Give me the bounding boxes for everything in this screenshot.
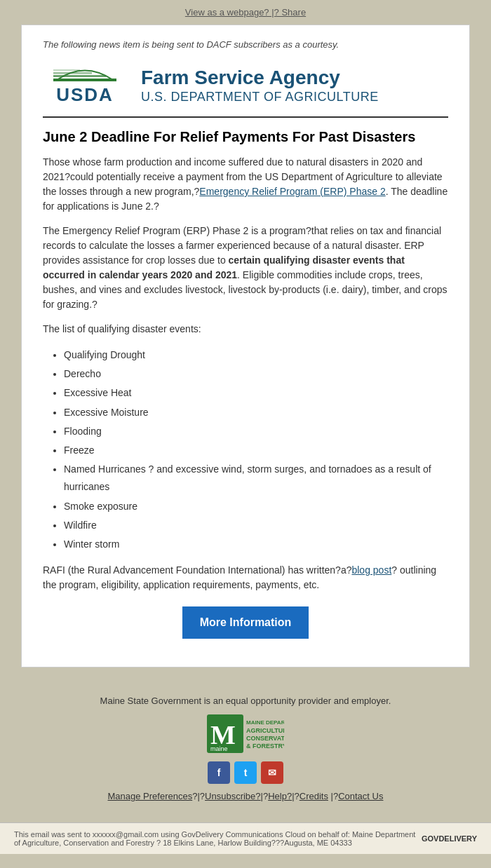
- usda-logo: USDA: [43, 62, 127, 108]
- more-information-button[interactable]: More Information: [182, 606, 309, 639]
- maine-logo-svg: M maine MAINE DEPARTMENT OF AGRICULTURE …: [207, 714, 284, 753]
- manage-preferences-link[interactable]: Manage Preferences: [108, 791, 193, 801]
- svg-rect-0: [53, 79, 116, 81]
- svg-rect-3: [53, 69, 80, 71]
- help-link[interactable]: Help?: [268, 791, 292, 801]
- usda-letters: USDA: [56, 84, 114, 106]
- article-para2: The Emergency Relief Program (ERP) Phase…: [43, 224, 448, 312]
- bottom-bar: This email was sent to xxxxxx@gmail.com …: [0, 822, 491, 854]
- article-para1: Those whose farm production and income s…: [43, 155, 448, 214]
- top-bar: View as a webpage? |? Share: [0, 0, 491, 25]
- social-icons-row: f t ✉: [21, 761, 470, 784]
- view-as-webpage-link[interactable]: View as a webpage? |? Share: [185, 7, 306, 18]
- equal-opportunity-text: Maine State Government is an equal oppor…: [21, 696, 470, 706]
- footer-links: Manage Preferences?|?Unsubscribe?|?Help?…: [21, 791, 470, 801]
- unsubscribe-link[interactable]: Unsubscribe?: [205, 791, 261, 801]
- svg-text:AGRICULTURE: AGRICULTURE: [246, 727, 284, 734]
- list-item: Excessive Heat: [64, 384, 448, 402]
- list-item: Flooding: [64, 423, 448, 440]
- article-para4: RAFI (the Rural Advancement Foundation I…: [43, 563, 448, 592]
- facebook-icon[interactable]: f: [208, 761, 230, 784]
- svg-text:MAINE DEPARTMENT OF: MAINE DEPARTMENT OF: [246, 719, 284, 726]
- list-item: Freeze: [64, 442, 448, 459]
- list-item: Named Hurricanes ? and excessive wind, s…: [64, 461, 448, 496]
- govdelivery-badge: GOVDELIVERY: [422, 834, 477, 843]
- article-para3: The list of qualifying disaster events:: [43, 322, 448, 337]
- credits-link[interactable]: Credits: [300, 791, 328, 801]
- agency-name: Farm Service Agency: [141, 66, 379, 90]
- svg-text:CONSERVATION: CONSERVATION: [246, 735, 284, 742]
- agency-text-block: Farm Service Agency U.S. DEPARTMENT OF A…: [141, 66, 379, 104]
- disaster-list: Qualifying DroughtDerechoExcessive HeatE…: [64, 346, 448, 553]
- svg-text:maine: maine: [210, 745, 228, 752]
- svg-text:& FORESTRY: & FORESTRY: [246, 742, 284, 750]
- dept-name: U.S. DEPARTMENT OF AGRICULTURE: [141, 90, 379, 104]
- list-item: Derecho: [64, 365, 448, 383]
- list-item: Winter storm: [64, 536, 448, 553]
- maine-logo-box: M maine MAINE DEPARTMENT OF AGRICULTURE …: [207, 714, 284, 753]
- footer-section: Maine State Government is an equal oppor…: [0, 681, 491, 822]
- list-item: Smoke exposure: [64, 498, 448, 515]
- list-item: Excessive Moisture: [64, 404, 448, 421]
- twitter-icon[interactable]: t: [234, 761, 257, 784]
- list-item: Wildfire: [64, 517, 448, 534]
- contact-us-link[interactable]: Contact Us: [338, 791, 383, 801]
- email-icon[interactable]: ✉: [261, 761, 283, 784]
- list-item: Qualifying Drought: [64, 346, 448, 364]
- article-title: June 2 Deadline For Relief Payments For …: [43, 129, 448, 145]
- blog-post-link[interactable]: blog post: [351, 564, 391, 576]
- maine-logo-area: M maine MAINE DEPARTMENT OF AGRICULTURE …: [21, 714, 470, 753]
- article-body: June 2 Deadline For Relief Payments For …: [43, 129, 448, 639]
- main-content-container: The following news item is being sent to…: [21, 25, 470, 667]
- email-notice-text: This email was sent to xxxxxx@gmail.com …: [14, 830, 422, 847]
- logo-section: USDA Farm Service Agency U.S. DEPARTMENT…: [43, 62, 448, 118]
- courtesy-text: The following news item is being sent to…: [43, 39, 448, 50]
- erp-link[interactable]: Emergency Relief Program (ERP) Phase 2: [199, 186, 385, 197]
